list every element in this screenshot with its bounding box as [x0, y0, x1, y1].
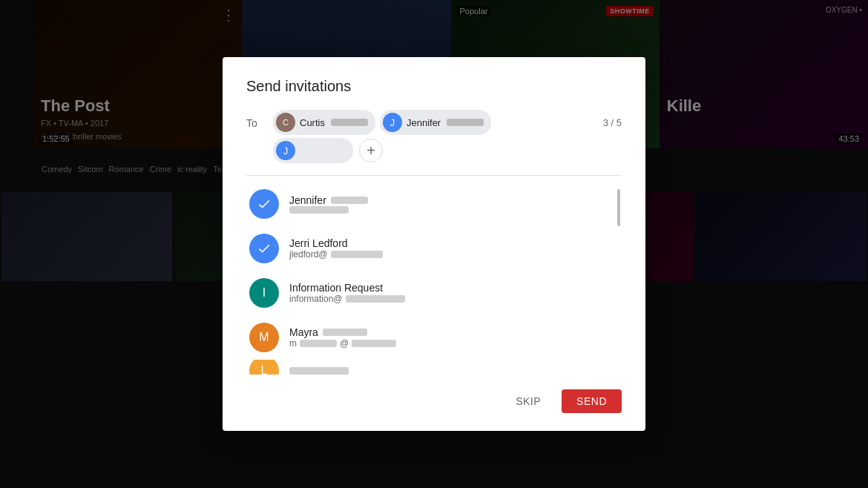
contact-info-information: Information Request information@: [289, 282, 619, 304]
chip-jennifer[interactable]: J Jennifer: [380, 110, 491, 135]
contact-email-mayra: m @: [289, 338, 619, 349]
skip-button[interactable]: SKIP: [504, 389, 553, 413]
contact-email-information: information@: [289, 294, 619, 304]
email-blur-information: [346, 295, 405, 303]
send-button[interactable]: SEND: [562, 389, 622, 413]
chip-name-blur-jennifer: [447, 119, 484, 126]
chip-name-jennifer: Jennifer: [407, 117, 441, 128]
chip-input-avatar: J: [276, 141, 295, 160]
contact-item-jerri[interactable]: Jerri Ledford jledford@: [246, 226, 622, 271]
contact-avatar-information: I: [249, 278, 279, 308]
contact-name-mayra: Mayra: [289, 326, 619, 338]
contact-name-5: [289, 367, 619, 375]
send-invitations-dialog: Send invitations To C Curtis J Jennifer …: [223, 57, 645, 431]
email-blur1-mayra: [300, 340, 337, 347]
contact-name-jennifer: Jennifer: [289, 194, 619, 206]
chips-area: C Curtis J Jennifer 3 / 5: [273, 110, 622, 135]
contact-name-information: Information Request: [289, 282, 619, 294]
email-blur-jennifer: [289, 206, 349, 214]
dialog-title: Send invitations: [246, 78, 622, 95]
to-label: To: [246, 117, 264, 129]
invitation-counter: 3 / 5: [603, 117, 622, 128]
chip-curtis[interactable]: C Curtis: [273, 110, 375, 135]
contact-item-5[interactable]: L: [246, 360, 622, 375]
chip-name-blur-curtis: [331, 119, 368, 126]
add-icon: +: [366, 142, 375, 159]
contact-avatar-5: L: [249, 360, 279, 375]
contact-item-jennifer[interactable]: Jennifer: [246, 182, 622, 226]
chip-avatar-jennifer: J: [383, 113, 402, 132]
contact-email-jennifer: [289, 206, 619, 214]
contact-list[interactable]: Jennifer Jerri Ledford jledford@: [246, 182, 622, 375]
dialog-footer: SKIP SEND: [246, 375, 622, 413]
email-blur2-mayra: [352, 340, 396, 347]
check-avatar-jennifer: [249, 189, 279, 219]
scroll-indicator: [617, 189, 620, 226]
contact-info-mayra: Mayra m @: [289, 326, 619, 349]
chip-avatar-curtis: C: [276, 113, 295, 132]
add-recipient-button[interactable]: +: [359, 139, 383, 162]
recipient-input[interactable]: [300, 145, 344, 156]
contact-info-5: [289, 367, 619, 375]
contact-avatar-mayra: M: [249, 323, 279, 352]
chip-name-curtis: Curtis: [300, 117, 325, 128]
name-blur-jennifer: [331, 197, 368, 204]
contact-name-jerri: Jerri Ledford: [289, 237, 619, 249]
name-blur-mayra: [323, 329, 367, 336]
contact-info-jerri: Jerri Ledford jledford@: [289, 237, 619, 260]
dialog-overlay: Send invitations To C Curtis J Jennifer …: [0, 0, 868, 488]
divider: [246, 175, 622, 176]
email-blur-jerri: [331, 251, 383, 258]
contact-info-jennifer: Jennifer: [289, 194, 619, 214]
check-avatar-jerri: [249, 234, 279, 263]
chips-row-2: J +: [273, 138, 622, 163]
name-blur-5: [289, 367, 349, 375]
contact-email-jerri: jledford@: [289, 249, 619, 260]
contact-item-information[interactable]: I Information Request information@: [246, 271, 622, 315]
chip-input-new[interactable]: J: [273, 138, 353, 163]
contact-item-mayra[interactable]: M Mayra m @: [246, 315, 622, 360]
